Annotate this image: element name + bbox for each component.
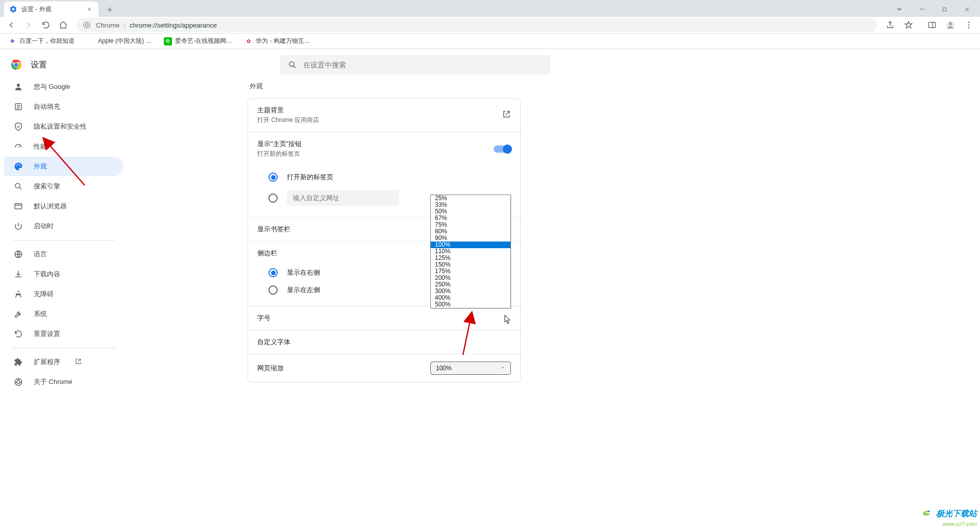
reset-icon: [13, 329, 23, 339]
section-title: 外观: [250, 82, 521, 91]
sidebar-item-label: 语言: [34, 250, 47, 259]
svg-point-2: [85, 23, 88, 26]
zoom-dropdown[interactable]: 25%33%50%67%75%80%90%100%110%125%150%175…: [430, 195, 511, 308]
font-size-row[interactable]: 字号: [248, 306, 520, 330]
theme-row[interactable]: 主题背景 打开 Chrome 应用商店: [248, 99, 520, 132]
sidebar-item-palette[interactable]: 外观: [4, 157, 124, 176]
gear-icon: [9, 5, 17, 13]
svg-point-23: [927, 511, 929, 513]
browser-tab[interactable]: 设置 - 外观: [4, 2, 99, 17]
home-button[interactable]: [56, 18, 70, 32]
iqiyi-icon: 奇: [164, 37, 172, 45]
chrome-icon: [13, 377, 23, 387]
apple-icon: [87, 37, 95, 45]
sidebar-item-label: 无障碍: [34, 290, 54, 299]
sidebar-item-label: 重置设置: [34, 329, 60, 339]
sidebar-item-power[interactable]: 启动时: [4, 217, 124, 236]
sidebar-item-label: 下载内容: [34, 270, 60, 279]
power-icon: [13, 221, 23, 231]
baidu-icon: ✥: [8, 37, 16, 45]
bookmark-apple[interactable]: Apple (中国大陆) …: [84, 35, 155, 47]
download-icon: [13, 269, 23, 279]
sidebar-item-person[interactable]: 您与 Google: [4, 77, 124, 97]
sidebar-item-accessibility[interactable]: 无障碍: [4, 284, 124, 304]
address-bar: Chrome | chrome://settings/appearance: [0, 17, 980, 34]
settings-sidebar: 您与 Google自动填充隐私设置和安全性性能外观搜索引擎默认浏览器启动时 语言…: [0, 75, 128, 394]
zoom-option[interactable]: 500%: [431, 301, 510, 308]
extension-icon: [13, 357, 23, 367]
chevron-down-icon[interactable]: [888, 2, 911, 17]
custom-url-input[interactable]: [287, 190, 399, 206]
menu-icon[interactable]: [962, 18, 976, 32]
url-path: chrome://settings/appearance: [130, 21, 217, 29]
svg-point-5: [949, 22, 952, 26]
sidebar-item-label: 系统: [34, 309, 47, 319]
chrome-icon: [83, 21, 91, 29]
svg-rect-3: [928, 22, 936, 28]
sidebar-item-download[interactable]: 下载内容: [4, 264, 124, 284]
minimize-button[interactable]: [911, 2, 933, 17]
svg-point-6: [968, 21, 970, 23]
sidebar-item-browser[interactable]: 默认浏览器: [4, 197, 124, 216]
maximize-button[interactable]: [933, 2, 955, 17]
autofill-icon: [13, 102, 23, 112]
svg-point-15: [15, 183, 20, 188]
svg-point-13: [17, 84, 20, 87]
home-radio-newtab[interactable]: 打开新的标签页: [248, 169, 520, 186]
search-icon: [288, 60, 297, 69]
sidebar-item-wrench[interactable]: 系统: [4, 304, 124, 324]
sidebar-item-label: 您与 Google: [34, 82, 70, 91]
new-tab-button[interactable]: [103, 3, 117, 17]
tab-title: 设置 - 外观: [21, 5, 52, 14]
sidebar-item-chrome[interactable]: 关于 Chrome: [4, 372, 124, 392]
bookmark-iqiyi[interactable]: 奇 爱奇艺-在线视频网…: [161, 35, 235, 47]
bookmarks-bar: ✥ 百度一下，你就知道 Apple (中国大陆) … 奇 爱奇艺-在线视频网… …: [0, 34, 980, 49]
sidepanel-icon[interactable]: [925, 18, 939, 32]
radio-icon: [268, 194, 278, 203]
accessibility-icon: [13, 289, 23, 299]
custom-font-row[interactable]: 自定义字体: [248, 330, 520, 354]
home-button-toggle[interactable]: [494, 146, 511, 153]
svg-point-20: [17, 380, 20, 383]
sidebar-item-search[interactable]: 搜索引擎: [4, 177, 124, 196]
sidebar-item-label: 性能: [34, 142, 47, 151]
sidebar-item-extension[interactable]: 扩展程序: [4, 352, 124, 372]
external-link-icon: [75, 358, 83, 366]
back-button[interactable]: [4, 18, 18, 32]
radio-icon: [268, 268, 278, 277]
shield-icon: [13, 122, 23, 132]
svg-point-12: [289, 62, 294, 66]
close-window-button[interactable]: [955, 2, 978, 17]
star-icon[interactable]: [901, 18, 916, 32]
search-input[interactable]: [303, 61, 542, 69]
sidebar-item-label: 默认浏览器: [34, 202, 67, 211]
svg-rect-0: [943, 8, 946, 11]
profile-icon[interactable]: [943, 18, 958, 32]
reload-button[interactable]: [39, 18, 53, 32]
globe-icon: [13, 249, 23, 259]
radio-icon: [268, 173, 278, 182]
url-bar[interactable]: Chrome | chrome://settings/appearance: [77, 18, 877, 32]
page-zoom-row: 网页缩放 100%: [248, 354, 520, 382]
sidebar-item-speed[interactable]: 性能: [4, 137, 124, 156]
watermark: 极光下载站 www.xz7.com: [921, 508, 977, 527]
sidebar-item-shield[interactable]: 隐私设置和安全性: [4, 117, 124, 136]
wrench-icon: [13, 309, 23, 319]
bookmark-baidu[interactable]: ✥ 百度一下，你就知道: [5, 35, 78, 47]
sidebar-item-reset[interactable]: 重置设置: [4, 324, 124, 344]
search-icon: [13, 181, 23, 191]
sidebar-item-autofill[interactable]: 自动填充: [4, 97, 124, 116]
zoom-select[interactable]: 100%: [430, 362, 511, 375]
svg-point-7: [968, 25, 970, 26]
settings-search[interactable]: [280, 55, 550, 75]
sidebar-item-label: 启动时: [34, 222, 54, 231]
bookmark-huawei[interactable]: ✿ 华为 - 构建万物互…: [241, 35, 313, 47]
sidebar-item-globe[interactable]: 语言: [4, 245, 124, 264]
forward-button[interactable]: [21, 18, 36, 32]
window-controls: [888, 2, 980, 17]
share-icon[interactable]: [883, 18, 897, 32]
url-origin: Chrome: [96, 21, 119, 29]
external-link-icon: [502, 110, 511, 121]
svg-rect-16: [15, 204, 22, 209]
close-tab-icon[interactable]: [85, 5, 93, 13]
